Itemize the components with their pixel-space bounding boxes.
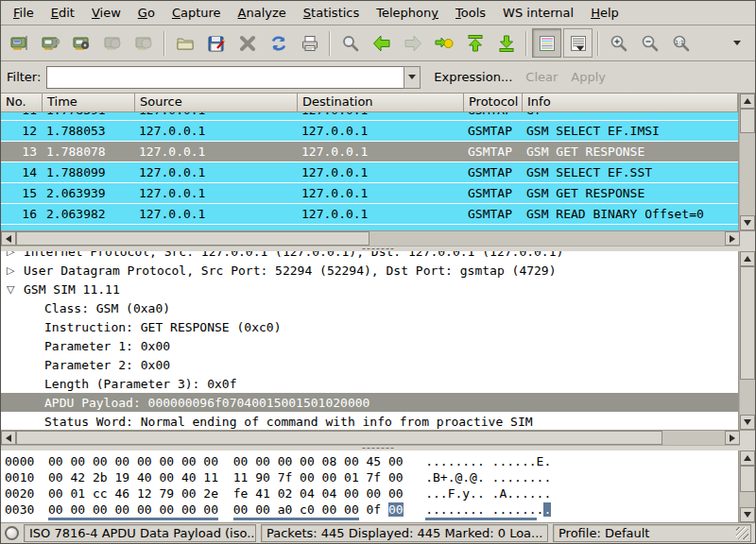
capture-stop-button[interactable]: [98, 28, 128, 58]
scroll-right-button[interactable]: [725, 231, 740, 246]
reload-icon: [268, 33, 289, 54]
detail-line-ip-partial[interactable]: ▷Internet Protocol, Src: 127.0.0.1 (127.…: [1, 251, 738, 261]
go-to-packet-button[interactable]: [429, 28, 458, 58]
menu-item-edit[interactable]: Edit: [43, 3, 83, 23]
menu-item-statistics[interactable]: Statistics: [295, 3, 368, 23]
zoom-in-button[interactable]: [604, 28, 633, 58]
detail-line-status-word[interactable]: Status Word: Normal ending of command wi…: [1, 412, 738, 430]
go-to-bottom-button[interactable]: [491, 28, 521, 58]
filter-input[interactable]: [46, 66, 404, 89]
go-forward-button[interactable]: [398, 28, 427, 58]
detail-line-length[interactable]: Length (Parameter 3): 0x0f: [1, 374, 738, 393]
packet-list-hscrollbar[interactable]: [1, 231, 740, 246]
menu-item-ws-internal[interactable]: WS internal: [494, 3, 582, 23]
scrollbar-thumb[interactable]: [740, 109, 755, 133]
clear-button[interactable]: Clear: [525, 70, 558, 84]
menu-item-go[interactable]: Go: [129, 3, 163, 23]
detail-line-parameter-2[interactable]: Parameter 2: 0x00: [1, 355, 738, 374]
network-card-icon: [9, 33, 30, 54]
hex-row[interactable]: 000000 00 00 00 00 00 00 00 00 00 00 00 …: [5, 453, 738, 469]
capture-restart-icon: [134, 33, 155, 54]
capture-options-button[interactable]: [36, 28, 65, 58]
find-packet-button[interactable]: [335, 28, 365, 58]
auto-scroll-toggle[interactable]: [563, 28, 593, 58]
packet-list-vscrollbar[interactable]: [739, 94, 755, 230]
status-profile[interactable]: Profile: Default: [553, 524, 751, 542]
capture-restart-button[interactable]: [129, 28, 159, 58]
detail-line-udp[interactable]: ▷User Datagram Protocol, Src Port: 52294…: [1, 261, 738, 280]
scroll-right-button[interactable]: [725, 431, 740, 445]
zoom-in-icon: [609, 33, 629, 54]
arrow-right-icon: [730, 235, 735, 243]
print-button[interactable]: [295, 28, 324, 58]
packet-row[interactable]: 14 1.788099 127.0.0.1 127.0.0.1 GSMTAP G…: [1, 162, 738, 183]
expert-info-icon[interactable]: [5, 526, 19, 540]
packet-row-selected[interactable]: 13 1.788078 127.0.0.1 127.0.0.1 GSMTAP G…: [1, 142, 738, 162]
menu-item-help[interactable]: Help: [582, 3, 627, 23]
packet-row-partial-top[interactable]: 11 1.778391 127.0.0.1 127.0.0.1 GSMTAP G…: [1, 112, 738, 121]
chevron-down-icon: [408, 75, 416, 79]
menu-item-telephony[interactable]: Telephony: [368, 3, 447, 23]
packet-row[interactable]: 15 2.063939 127.0.0.1 127.0.0.1 GSMTAP G…: [1, 183, 738, 204]
expression-button[interactable]: Expression...: [434, 70, 512, 84]
scrollbar-thumb[interactable]: [16, 231, 369, 246]
column-header-protocol[interactable]: Protocol: [464, 94, 523, 112]
folder-icon: [175, 33, 196, 54]
bytes-vscrollbar[interactable]: [739, 450, 755, 522]
detail-line-class[interactable]: Class: GSM (0xa0): [1, 298, 738, 317]
column-header-destination[interactable]: Destination: [298, 94, 464, 112]
hex-row[interactable]: 001000 42 2b 19 40 00 40 11 11 90 7f 00 …: [5, 469, 738, 485]
colorize-toggle[interactable]: [532, 28, 561, 58]
go-back-button[interactable]: [367, 28, 396, 58]
close-file-button[interactable]: [232, 28, 262, 58]
chevron-down-icon: [733, 41, 741, 45]
menu-item-analyze[interactable]: Analyze: [230, 3, 295, 23]
save-file-button[interactable]: [201, 28, 231, 58]
printer-icon: [300, 33, 320, 54]
detail-line-apdu-payload-selected[interactable]: APDU Payload: 000000096f0704001500150102…: [1, 393, 738, 412]
open-file-button[interactable]: [170, 28, 199, 58]
menu-item-view[interactable]: View: [83, 3, 129, 23]
reload-button[interactable]: [264, 28, 293, 58]
detail-line-gsm-sim[interactable]: ▽GSM SIM 11.11: [1, 280, 738, 298]
filter-label: Filter:: [7, 70, 41, 84]
scrollbar-thumb[interactable]: [740, 466, 755, 492]
menu-item-tools[interactable]: Tools: [447, 3, 494, 23]
filter-dropdown-button[interactable]: [404, 66, 421, 89]
scroll-left-button[interactable]: [1, 231, 16, 246]
list-interfaces-button[interactable]: [5, 28, 34, 58]
menu-item-file[interactable]: File: [5, 3, 43, 23]
hex-row[interactable]: 002000 01 cc 46 12 79 00 2e fe 41 02 04 …: [5, 485, 738, 502]
zoom-out-button[interactable]: [635, 28, 664, 58]
scroll-down-button[interactable]: [740, 415, 755, 430]
scroll-down-button[interactable]: [740, 507, 755, 522]
scroll-down-button[interactable]: [740, 215, 755, 230]
apply-button[interactable]: Apply: [571, 70, 606, 84]
scrollbar-thumb[interactable]: [740, 266, 755, 380]
arrow-down-icon: [744, 220, 751, 226]
scroll-up-button[interactable]: [740, 94, 755, 109]
column-header-time[interactable]: Time: [43, 94, 135, 112]
hex-row[interactable]: 003000 00 00 00 00 00 00 00 00 00 a0 c0 …: [5, 502, 738, 518]
capture-start-button[interactable]: [67, 28, 96, 58]
scroll-up-button[interactable]: [740, 450, 755, 466]
go-to-top-button[interactable]: [460, 28, 490, 58]
zoom-100-button[interactable]: 1:1: [666, 28, 696, 58]
scroll-left-button[interactable]: [1, 431, 16, 445]
scrollbar-thumb[interactable]: [16, 431, 662, 445]
packet-row[interactable]: 12 1.788053 127.0.0.1 127.0.0.1 GSMTAP G…: [1, 121, 738, 142]
column-header-source[interactable]: Source: [135, 94, 298, 112]
details-hscrollbar[interactable]: [1, 431, 740, 446]
packet-row[interactable]: 16 2.063982 127.0.0.1 127.0.0.1 GSMTAP G…: [1, 204, 738, 225]
packet-row-partial-bottom[interactable]: [1, 225, 738, 230]
scroll-up-button[interactable]: [740, 251, 755, 266]
window-resize-grip[interactable]: [736, 527, 748, 539]
column-header-no[interactable]: No.: [1, 94, 43, 112]
detail-line-parameter-1[interactable]: Parameter 1: 0x00: [1, 336, 738, 355]
menu-item-capture[interactable]: Capture: [163, 3, 230, 23]
toolbar-overflow-button[interactable]: [722, 28, 751, 58]
detail-line-instruction[interactable]: Instruction: GET RESPONSE (0xc0): [1, 317, 738, 336]
column-header-info[interactable]: Info: [523, 94, 738, 112]
details-vscrollbar[interactable]: [739, 251, 755, 430]
goto-top-icon: [465, 33, 486, 54]
